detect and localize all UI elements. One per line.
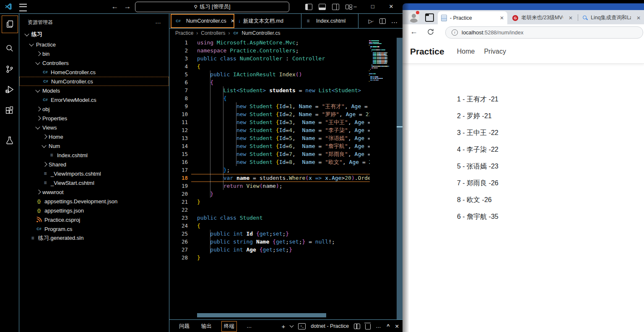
maximize-panel-icon[interactable]: ^ — [387, 323, 390, 329]
kill-terminal-icon[interactable] — [365, 324, 371, 329]
search-input[interactable]: ⚲ 练习 [管理员] — [135, 2, 289, 12]
tree-item-label: Practice — [36, 42, 56, 48]
vertical-tabs-icon[interactable] — [425, 13, 434, 22]
close-tab-icon[interactable]: ✕ — [569, 15, 573, 21]
tree-item--generated-sln[interactable]: ≡练习.generated.sln — [19, 233, 169, 243]
activity-bar — [0, 14, 19, 332]
close-button[interactable]: ✕ — [384, 0, 398, 13]
tab-numcontroller[interactable]: C# NumController.cs ✕ — [171, 14, 234, 28]
panel-tab-problems[interactable]: 问题 — [177, 322, 192, 331]
tree-item-label: Num — [49, 143, 60, 149]
tab-label: NumController.cs — [186, 18, 226, 24]
nav-home-link[interactable]: Home — [457, 48, 475, 55]
tree-item-label: HomeController.cs — [51, 69, 96, 75]
terminal-name[interactable]: dotnet - Practice — [311, 323, 349, 329]
tree-item-practice[interactable]: Practice — [19, 40, 169, 49]
tree-item-errorviewmodel-cs[interactable]: C#ErrorViewModel.cs — [19, 95, 169, 104]
toggle-panel-icon[interactable] — [319, 4, 326, 10]
tree-item--viewimports-cshtml[interactable]: ≡_ViewImports.cshtml — [19, 169, 169, 178]
chevron-down-icon — [35, 60, 40, 65]
tree-item-shared[interactable]: Shared — [19, 160, 169, 169]
tree-item-index-cshtml[interactable]: ≡Index.cshtml — [19, 150, 169, 160]
tree-item-label: NumController.cs — [51, 78, 93, 85]
tree-item--viewstart-cshtml[interactable]: ≡_ViewStart.cshtml — [19, 178, 169, 187]
tree-item-controllers[interactable]: Controllers — [19, 58, 169, 67]
file-lines-icon: ≡ — [42, 180, 48, 186]
browser-tab-linq[interactable]: Linq集成查询和Lam ✕ — [579, 11, 644, 24]
csharp-icon: C# — [43, 78, 49, 84]
csharp-icon: C# — [233, 30, 239, 36]
explorer-sidebar: 资源管理器 … 练习 PracticebinControllersC#HomeC… — [19, 14, 169, 332]
tree-item-numcontroller-cs[interactable]: C#NumController.cs — [19, 77, 169, 86]
breadcrumb[interactable]: Practice› Controllers› C# NumController.… — [169, 29, 408, 38]
tree-item-models[interactable]: Models — [19, 86, 169, 95]
tree-root-label: 练习 — [31, 31, 42, 38]
tree-root[interactable]: 练习 — [19, 30, 169, 39]
tree-item-obj[interactable]: obj — [19, 104, 169, 114]
brand-link[interactable]: Practice — [410, 47, 444, 57]
tree-item-label: Models — [42, 88, 60, 94]
split-terminal-icon[interactable] — [354, 324, 360, 329]
close-tab-icon[interactable]: ✕ — [500, 15, 504, 21]
tree-item-label: Home — [49, 134, 63, 140]
tree-item-label: Properties — [42, 115, 67, 122]
nav-back-icon[interactable]: ← — [110, 2, 120, 12]
tree-item-homecontroller-cs[interactable]: C#HomeController.cs — [19, 67, 169, 77]
nav-privacy-link[interactable]: Privacy — [484, 48, 506, 55]
nav-forward-icon[interactable]: → — [122, 2, 132, 12]
explorer-icon[interactable] — [2, 16, 18, 33]
csharp-icon: C# — [42, 97, 48, 103]
source-control-icon[interactable] — [2, 61, 17, 78]
tree-item-label: obj — [42, 106, 49, 112]
explorer-more-icon[interactable]: … — [155, 18, 161, 25]
tree-item-bin[interactable]: bin — [19, 49, 169, 58]
file-lines-icon: ≡ — [49, 152, 55, 158]
terminal-dropdown-icon[interactable] — [290, 324, 294, 328]
run-debug-icon[interactable] — [2, 81, 17, 98]
close-panel-icon[interactable]: ✕ — [395, 323, 399, 329]
address-bar[interactable]: i localhost :5288/num/index — [445, 26, 643, 39]
browser-back-icon[interactable]: ← — [410, 27, 418, 36]
minimize-button[interactable]: – — [348, 0, 362, 13]
refresh-icon[interactable] — [427, 28, 434, 36]
menu-icon[interactable] — [19, 4, 27, 11]
code-editor[interactable]: 1234567891011121314151617181920212223242… — [169, 38, 402, 319]
new-terminal-icon[interactable]: + — [281, 323, 285, 330]
tree-item-views[interactable]: Views — [19, 123, 169, 132]
editor-more-icon[interactable]: … — [391, 17, 399, 25]
tree-item-program-cs[interactable]: C#Program.cs — [19, 224, 169, 233]
tree-item-appsettings-json[interactable]: {}appsettings.json — [19, 206, 169, 215]
testing-icon[interactable] — [2, 132, 17, 149]
tree-item-wwwroot[interactable]: wwwroot — [19, 187, 169, 197]
chevron-right-icon — [36, 116, 41, 120]
extensions-icon[interactable] — [2, 102, 17, 119]
tree-item-appsettings-development-json[interactable]: {}appsettings.Development.json — [19, 197, 169, 206]
info-icon[interactable]: i — [452, 29, 458, 36]
close-tab-icon[interactable]: ✕ — [636, 15, 641, 21]
search-sidebar-icon[interactable] — [2, 40, 17, 57]
maximize-button[interactable]: □ — [366, 0, 380, 13]
browser-tab-practice[interactable]: - Practice ✕ — [438, 11, 507, 24]
split-editor-icon[interactable] — [379, 18, 386, 24]
panel-tab-output[interactable]: 输出 — [199, 322, 214, 331]
toggle-secondary-sidebar-icon[interactable] — [332, 4, 339, 10]
csproj-icon — [36, 217, 42, 223]
tree-item-properties[interactable]: Properties — [19, 114, 169, 123]
panel-more-icon[interactable]: … — [244, 322, 254, 330]
student-list-item: 3 - 王中王 -22 — [457, 129, 499, 137]
tree-item-practice-csproj[interactable]: Practice.csproj — [19, 215, 169, 224]
panel-actions-more-icon[interactable]: … — [376, 323, 382, 329]
tree-item-label: _ViewImports.cshtml — [51, 171, 101, 177]
panel-tab-terminal[interactable]: 终端 — [221, 321, 237, 332]
panel-actions: + >_ dotnet - Practice … ^ ✕ — [281, 320, 399, 332]
vertical-scrollbar[interactable] — [397, 38, 402, 319]
razor-icon: ≡ — [305, 18, 311, 24]
horizontal-scrollbar[interactable] — [197, 313, 326, 317]
tree-item-num[interactable]: Num — [19, 141, 169, 150]
toggle-sidebar-icon[interactable] — [305, 4, 312, 10]
tree-item-home[interactable]: Home — [19, 132, 169, 141]
tab-markdown[interactable]: ↓ 新建文本文档.md — [234, 14, 301, 28]
run-button[interactable]: ▷ˆ — [369, 18, 374, 24]
browser-tab-gitee[interactable]: G 老胡来也/23级MVC ✕ — [509, 11, 576, 24]
tab-index-cshtml[interactable]: ≡ Index.cshtml — [301, 14, 358, 28]
